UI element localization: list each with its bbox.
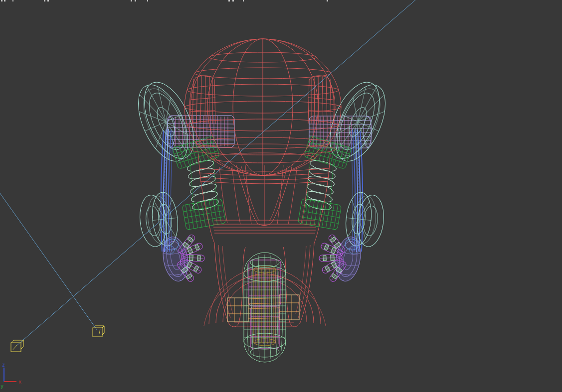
viewport-3d[interactable]: z x y [0,0,562,392]
clipped-top-text-fragments [1,0,328,1]
axis-y-label: y [0,384,3,389]
front-wheel-assembly[interactable] [227,253,299,362]
right-side-assembly[interactable] [298,75,395,283]
target-line-1 [16,0,415,346]
helper-box-2[interactable] [93,326,104,337]
head-sphere[interactable] [185,39,341,175]
left-steering-housing[interactable] [189,76,215,124]
world-axis-gizmo: z x y [0,362,21,389]
left-hand[interactable] [160,234,205,283]
target-line-2 [0,193,97,330]
axis-x-label: x [18,379,21,385]
helper-box-1[interactable] [11,340,23,352]
body-fairing[interactable] [198,154,330,327]
scene-canvas[interactable]: z x y [0,0,562,392]
axis-z-label: z [2,362,5,368]
left-shock-spring[interactable] [172,135,225,230]
